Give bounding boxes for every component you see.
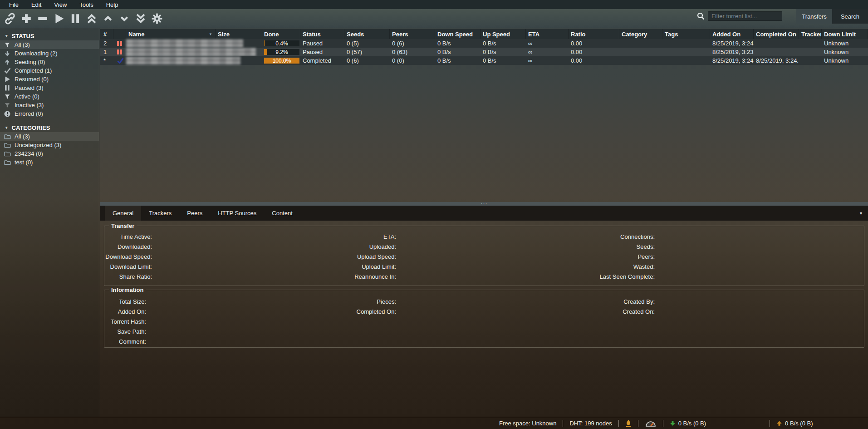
sidebar-category-234234[interactable]: 234234 (0) xyxy=(0,149,99,158)
sidebar-filter-all[interactable]: All (3) xyxy=(0,40,99,49)
column-header-category[interactable]: Category xyxy=(619,29,662,39)
progress-bar: 9.2% xyxy=(264,49,299,55)
menu-file[interactable]: File xyxy=(3,0,25,9)
cell-done: 9.2% xyxy=(263,48,300,56)
column-header-down-speed[interactable]: Down Speed xyxy=(435,29,481,39)
column-header-status[interactable]: Status xyxy=(300,29,344,39)
sidebar-filter-completed[interactable]: Completed (1) xyxy=(0,66,99,75)
download-arrow-icon xyxy=(670,420,676,426)
cell-down-speed: 0 B/s xyxy=(435,48,481,56)
sidebar-category-test[interactable]: test (0) xyxy=(0,158,99,167)
column-header-eta[interactable]: ETA xyxy=(526,29,569,39)
add-torrent-link-button[interactable] xyxy=(4,12,16,25)
view-tabs: Transfers Search xyxy=(796,9,868,24)
separator xyxy=(563,420,563,427)
menu-tools[interactable]: Tools xyxy=(73,0,99,9)
menu-edit[interactable]: Edit xyxy=(25,0,48,9)
move-to-top-button[interactable] xyxy=(85,12,98,25)
cell-up-speed: 0 B/s xyxy=(481,56,526,65)
pause-button[interactable] xyxy=(69,12,82,25)
chevron-up-icon xyxy=(103,14,113,23)
tab-content[interactable]: Content xyxy=(264,206,300,221)
alt-speed-limits-icon[interactable] xyxy=(645,420,657,427)
sidebar-filter-downloading[interactable]: Downloading (2) xyxy=(0,49,99,58)
torrent-row[interactable]: 2 0.4% Paused 0 (5) 0 (6) 0 B/s 0 B/s ∞ … xyxy=(100,39,868,48)
tab-search[interactable]: Search xyxy=(832,9,868,24)
label-created-by: Created By: xyxy=(104,296,655,306)
column-header-added-on[interactable]: Added On xyxy=(710,29,754,39)
sidebar-filter-inactive[interactable]: Inactive (3) xyxy=(0,101,99,109)
column-header-down-limit[interactable]: Down Limit xyxy=(822,29,868,39)
add-torrent-file-button[interactable] xyxy=(20,12,33,25)
column-header-tracker[interactable]: Tracker xyxy=(799,29,822,39)
options-button[interactable] xyxy=(151,12,163,25)
transfer-section: Transfer Time Active: ETA: Connections: … xyxy=(104,222,864,286)
column-header-ratio[interactable]: Ratio xyxy=(569,29,619,39)
cell-number: 2 xyxy=(100,39,113,48)
tab-http-sources[interactable]: HTTP Sources xyxy=(210,206,264,221)
tab-transfers[interactable]: Transfers xyxy=(796,9,832,24)
sidebar-filter-resumed[interactable]: Resumed (0) xyxy=(0,75,99,84)
column-header-number[interactable]: # xyxy=(100,29,113,39)
column-header-peers[interactable]: Peers xyxy=(390,29,435,39)
cell-number: * xyxy=(100,56,113,65)
panel-collapse-icon[interactable]: ▾ xyxy=(860,211,862,216)
torrent-row[interactable]: 1 9.2% Paused 0 (57) 0 (63) 0 B/s 0 B/s … xyxy=(100,48,868,56)
download-speed-widget[interactable]: 0 B/s (0 B) xyxy=(670,420,706,427)
move-down-button[interactable] xyxy=(118,12,131,25)
menu-view[interactable]: View xyxy=(48,0,73,9)
column-header-done[interactable]: Done xyxy=(263,29,300,39)
sidebar-category-uncategorized[interactable]: Uncategorized (3) xyxy=(0,141,99,149)
tab-peers[interactable]: Peers xyxy=(179,206,210,221)
column-header-size[interactable]: Size xyxy=(216,29,263,39)
remove-torrent-button[interactable] xyxy=(36,12,49,25)
play-icon xyxy=(3,76,11,82)
censored-torrent-name xyxy=(126,57,240,64)
cell-number: 1 xyxy=(100,48,113,56)
filter-label: Completed (1) xyxy=(15,67,52,74)
sidebar-filter-paused[interactable]: Paused (3) xyxy=(0,84,99,92)
sidebar-filter-errored[interactable]: Errored (0) xyxy=(0,109,99,118)
progress-bar: 0.4% xyxy=(264,40,299,46)
label-last-seen-complete: Last Seen Complete: xyxy=(104,271,655,281)
search-icon xyxy=(697,12,705,20)
column-header-completed-on[interactable]: Completed On xyxy=(754,29,799,39)
cell-down-speed: 0 B/s xyxy=(435,56,481,65)
tab-general[interactable]: General xyxy=(105,206,141,221)
status-section-header[interactable]: ▾ STATUS xyxy=(0,31,99,40)
torrent-row[interactable]: * 100.0% Completed 0 (6) 0 (0) 0 B/s 0 B… xyxy=(100,56,868,65)
column-header-seeds[interactable]: Seeds xyxy=(344,29,390,39)
sidebar-filter-seeding[interactable]: Seeding (0) xyxy=(0,58,99,66)
splitter-grip-icon: ··· xyxy=(481,202,488,203)
separator xyxy=(663,420,663,427)
move-up-button[interactable] xyxy=(102,12,114,25)
filter-label: All (3) xyxy=(15,41,30,48)
connection-status-icon[interactable] xyxy=(625,419,632,427)
folder-icon xyxy=(3,133,11,139)
move-to-bottom-button[interactable] xyxy=(134,12,147,25)
tab-trackers[interactable]: Trackers xyxy=(141,206,179,221)
cell-status: Paused xyxy=(300,39,344,48)
cell-category xyxy=(619,48,662,56)
column-header-tags[interactable]: Tags xyxy=(662,29,710,39)
paused-state-icon xyxy=(113,39,126,48)
upload-speed-widget[interactable]: 0 B/s (0 B) xyxy=(776,420,813,427)
free-space-label: Free space: Unknown xyxy=(499,420,556,427)
resume-button[interactable] xyxy=(53,12,65,25)
panel-splitter-handle[interactable]: ··· xyxy=(100,202,868,206)
torrent-filter-input[interactable] xyxy=(708,11,782,21)
column-header-state[interactable] xyxy=(113,29,126,39)
header-label: Name xyxy=(128,31,144,38)
cell-tags xyxy=(662,56,710,65)
sidebar-category-all[interactable]: All (3) xyxy=(0,132,99,141)
play-icon xyxy=(53,13,65,25)
cell-seeds: 0 (6) xyxy=(344,56,390,65)
column-header-name[interactable]: Name▼ xyxy=(126,29,216,39)
column-header-up-speed[interactable]: Up Speed xyxy=(481,29,526,39)
cell-down-limit: Unknown xyxy=(822,48,868,56)
menu-help[interactable]: Help xyxy=(100,0,125,9)
cell-down-speed: 0 B/s xyxy=(435,39,481,48)
categories-section-header[interactable]: ▾ CATEGORIES xyxy=(0,123,99,132)
chevron-down-icon xyxy=(120,14,129,23)
sidebar-filter-active[interactable]: Active (0) xyxy=(0,92,99,101)
